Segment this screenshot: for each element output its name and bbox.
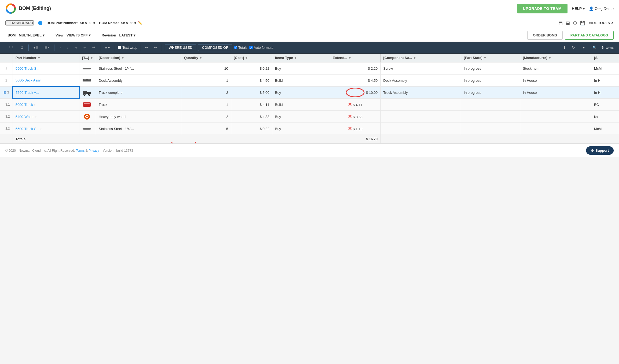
expand-icon[interactable]: ⊟ [3, 91, 6, 94]
table-row[interactable]: 2 5600-Deck Assy Deck Assem [0, 75, 619, 87]
row-3-2-quantity[interactable]: 2 [181, 111, 231, 123]
row-3-3-part-number[interactable]: 5500-Truck-S... ▾ [13, 123, 79, 135]
part-catalogs-tab[interactable]: PART AND CATALOGS [565, 31, 614, 40]
privacy-link[interactable]: Privacy [89, 149, 99, 153]
search-icon-button[interactable]: 🔍 [590, 45, 599, 50]
view-dropdown[interactable]: View VIEW IS OFF ▾ [53, 32, 93, 38]
share-icon-button[interactable]: ⬡ [573, 20, 577, 25]
text-wrap-checkbox[interactable] [118, 46, 121, 49]
chevron-down-icon: ▾ [134, 33, 135, 37]
row-3-1-extended: ✕ $ 4.11 [330, 99, 380, 111]
add-row-button[interactable]: +⊞ [31, 45, 41, 50]
row-1-component-name: Screw [381, 62, 461, 75]
delete-row-button[interactable]: ⊟× [42, 45, 52, 50]
redo-button[interactable]: ↪ [152, 45, 159, 50]
chevron-down-icon: ▾ [89, 33, 91, 37]
footer-copyright: © 2020 - Newman Cloud Inc. All Right Res… [5, 149, 133, 153]
order-boms-tab[interactable]: ORDER BOMS [527, 31, 563, 40]
app-header: BOM (Editing) UPGRADE TO TEAM HELP ▾ 👤 O… [0, 0, 619, 17]
action-toolbar-right: ℹ ↻ ▼ 🔍 6 items [562, 45, 614, 50]
row-3-2-type-img [79, 111, 96, 123]
dashboard-back-button[interactable]: ← DASHBOARD [5, 20, 34, 25]
move-out-button[interactable]: ⇐ [81, 45, 89, 50]
export-icon-button[interactable]: ⬓ [566, 20, 570, 25]
terms-link[interactable]: Terms [76, 149, 85, 153]
row-1-quantity[interactable]: 10 [181, 62, 231, 75]
filter-extended-icon[interactable]: ▼ [348, 56, 351, 60]
upgrade-button[interactable]: UPGRADE TO TEAM [517, 4, 568, 13]
filter-description-icon[interactable]: ▼ [121, 56, 124, 60]
row-3-quantity[interactable]: 2 [181, 87, 231, 99]
dropdown-arrow-icon[interactable]: ▾ [35, 116, 36, 118]
filter-manufacturer-icon[interactable]: ▼ [548, 56, 551, 60]
edit-bom-name-icon[interactable]: ✏️ [138, 21, 142, 25]
row-3-1-part-number[interactable]: 5000-Truck ▾ [13, 99, 79, 111]
filter-cost-icon[interactable]: ▼ [245, 56, 248, 60]
column-menu-button[interactable]: ≡ ▾ [103, 45, 112, 50]
row-1-extended: $ 2.20 [330, 62, 380, 75]
move-up-button[interactable]: ↑ [57, 45, 63, 50]
info-icon: i [38, 21, 42, 25]
info-icon-button[interactable]: ℹ [562, 45, 567, 50]
move-down-button[interactable]: ↓ [65, 45, 71, 50]
where-used-button[interactable]: WHERE USED [165, 44, 196, 51]
settings-icon-button[interactable]: ⚙ [18, 45, 26, 50]
filter-component-icon[interactable]: ▼ [413, 56, 416, 60]
row-1-description: Stainless Steel - 1/4"... [96, 62, 181, 75]
hierarchy-icon-button[interactable]: ⋮⋮ [5, 45, 17, 50]
logo-area: BOM (Editing) [5, 3, 51, 14]
hide-tools-button[interactable]: HIDE TOOLS ∧ [589, 21, 614, 25]
totals-checkbox[interactable] [234, 46, 237, 49]
filter-type-icon[interactable]: ▼ [90, 56, 93, 60]
download-icon-button[interactable]: 💾 [580, 20, 585, 25]
auto-formula-checkbox[interactable] [249, 46, 253, 49]
svg-rect-18 [83, 128, 91, 129]
help-button[interactable]: HELP ▾ [572, 6, 585, 11]
row-3-part-number[interactable]: 5600-Truck A... [13, 87, 79, 99]
composed-of-button[interactable]: COMPOSED OF [198, 44, 232, 51]
row-3-3-component-name [381, 123, 461, 135]
row-2-quantity[interactable]: 1 [181, 75, 231, 87]
table-row[interactable]: 3.3 5500-Truck-S... ▾ Stainless [0, 123, 619, 135]
totals-label: Totals: [13, 135, 330, 143]
revision-dropdown[interactable]: Revision LATEST ▾ [100, 32, 138, 38]
support-button[interactable]: ⊙ Support [586, 146, 614, 155]
rollup-disabled-icon: ✕ [348, 126, 352, 131]
move-in-button[interactable]: ⇒ [72, 45, 80, 50]
row-2-part-number[interactable]: 5600-Deck Assy [13, 75, 79, 87]
filter-item-type-icon[interactable]: ▼ [294, 56, 297, 60]
dropdown-arrow-icon[interactable]: ▾ [40, 128, 42, 131]
text-wrap-label[interactable]: Text wrap [118, 46, 137, 50]
user-menu-button[interactable]: 👤 Oleg Demo [589, 6, 614, 11]
row-num-3-3: 3.3 [0, 123, 13, 135]
filter-part-number-icon[interactable]: ▼ [38, 56, 40, 60]
row-3-3-quantity[interactable]: 5 [181, 123, 231, 135]
table-row[interactable]: 1 5500-Truck-S... Stainless Steel - 1/4"… [0, 62, 619, 75]
action-divider-2 [54, 44, 54, 51]
row-2-type-img [79, 75, 96, 87]
row-num-3-2: 3.2 [0, 111, 13, 123]
totals-checkbox-label[interactable]: Totals [234, 46, 248, 50]
svg-rect-6 [83, 91, 87, 94]
table-row[interactable]: 3.2 5400-Wheel ▾ [0, 111, 619, 123]
filter-icon-button[interactable]: ▼ [580, 45, 588, 50]
row-3-cost: $ 5.00 [231, 87, 272, 99]
refresh-icon-button[interactable]: ↻ [570, 45, 577, 50]
row-num-3: ⊟3 [0, 87, 13, 99]
table-row[interactable]: ⊟3 5600-Truck A... [0, 87, 619, 99]
table-row[interactable]: 3.1 5000-Truck ▾ Truck [0, 99, 619, 111]
dropdown-arrow-icon[interactable]: ▾ [34, 103, 35, 106]
footer: © 2020 - Newman Cloud Inc. All Right Res… [0, 143, 619, 157]
col-s: [S [591, 54, 619, 62]
row-3-1-quantity[interactable]: 1 [181, 99, 231, 111]
auto-formula-checkbox-label[interactable]: Auto formula [249, 46, 274, 50]
import-icon-button[interactable]: ⬒ [559, 20, 563, 25]
row-3-2-part-number[interactable]: 5400-Wheel ▾ [13, 111, 79, 123]
bom-multilevel-dropdown[interactable]: BOM MULTI-LEVEL ▾ [5, 32, 47, 38]
col-cost: [Cost] ▼ [231, 54, 272, 62]
filter-quantity-icon[interactable]: ▼ [199, 56, 202, 60]
row-1-part-number[interactable]: 5500-Truck-S... [13, 62, 79, 75]
link-button[interactable]: ↵ [90, 45, 97, 50]
filter-part-state-icon[interactable]: ▼ [484, 56, 487, 60]
undo-button[interactable]: ↩ [143, 45, 150, 50]
